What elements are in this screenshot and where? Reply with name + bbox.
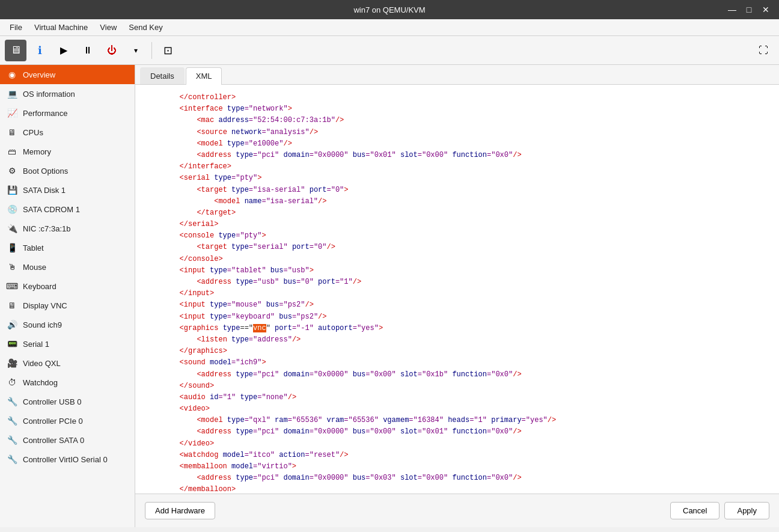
xml-editor[interactable]: </controller> <interface type="network">… — [135, 85, 779, 494]
sata-cdrom-icon: 💿 — [6, 203, 18, 215]
sidebar-item-label-performance: Performance — [23, 109, 67, 118]
dropdown-button[interactable]: ▾ — [125, 40, 147, 61]
watchdog-icon: ⏱ — [6, 376, 18, 388]
sidebar-item-label-keyboard: Keyboard — [23, 282, 57, 291]
sidebar-item-label-sata-disk: SATA Disk 1 — [23, 186, 66, 195]
tablet-icon: 📱 — [6, 242, 18, 254]
sidebar-item-serial[interactable]: 📟Serial 1 — [0, 334, 135, 353]
sidebar-item-sound[interactable]: 🔊Sound ich9 — [0, 315, 135, 334]
memory-icon: 🗃 — [6, 145, 18, 157]
minimize-button[interactable]: — — [725, 2, 739, 17]
os-info-icon: 💻 — [6, 88, 18, 100]
sidebar-item-os-info[interactable]: 💻OS information — [0, 84, 135, 103]
sidebar-item-keyboard[interactable]: ⌨Keyboard — [0, 277, 135, 296]
sidebar-item-display-vnc[interactable]: 🖥Display VNC — [0, 296, 135, 315]
play-button[interactable]: ▶ — [53, 40, 75, 61]
pause-button[interactable]: ⏸ — [77, 40, 99, 61]
menu-virtual-machine[interactable]: Virtual Machine — [29, 22, 93, 33]
sidebar-item-nic[interactable]: 🔌NIC :c7:3a:1b — [0, 219, 135, 238]
menu-send-key[interactable]: Send Key — [124, 22, 167, 33]
sidebar-item-cpus[interactable]: 🖥CPUs — [0, 123, 135, 142]
tabs: DetailsXML — [135, 65, 779, 85]
sidebar-item-video-qxl[interactable]: 🎥Video QXL — [0, 353, 135, 373]
vm-screen-button[interactable]: ⊡ — [157, 40, 179, 61]
close-button[interactable]: ✕ — [759, 2, 773, 17]
serial-icon: 📟 — [6, 338, 18, 350]
cancel-button[interactable]: Cancel — [670, 502, 719, 519]
sidebar-item-label-serial: Serial 1 — [23, 340, 49, 349]
maximize-button[interactable]: □ — [742, 2, 756, 17]
sidebar-item-label-controller-usb: Controller USB 0 — [23, 397, 82, 406]
boot-options-icon: ⚙ — [6, 165, 18, 177]
sidebar-item-label-controller-pcie: Controller PCIe 0 — [23, 417, 83, 426]
sidebar-item-label-memory: Memory — [23, 147, 51, 156]
title-bar: win7 on QEMU/KVM — □ ✕ — [0, 0, 779, 19]
main-container: ◉Overview💻OS information📈Performance🖥CPU… — [0, 65, 779, 527]
monitor-button[interactable]: 🖥 — [5, 40, 26, 61]
info-button[interactable]: ℹ — [29, 40, 50, 61]
sidebar-item-label-display-vnc: Display VNC — [23, 301, 67, 310]
sata-disk-icon: 💾 — [6, 184, 18, 196]
sidebar-item-label-os-info: OS information — [23, 90, 75, 99]
controller-usb-icon: 🔧 — [6, 396, 18, 408]
menu-bar: File Virtual Machine View Send Key — [0, 19, 779, 36]
controller-sata-icon: 🔧 — [6, 434, 18, 446]
keyboard-icon: ⌨ — [6, 280, 18, 292]
sidebar-item-overview[interactable]: ◉Overview — [0, 65, 135, 84]
add-hardware-button[interactable]: Add Hardware — [145, 502, 215, 519]
window-title: win7 on QEMU/KVM — [261, 5, 517, 14]
sidebar-item-label-tablet: Tablet — [23, 243, 44, 252]
menu-view[interactable]: View — [95, 22, 121, 33]
sidebar-item-controller-pcie[interactable]: 🔧Controller PCIe 0 — [0, 411, 135, 430]
overview-icon: ◉ — [6, 69, 18, 81]
sidebar-item-performance[interactable]: 📈Performance — [0, 103, 135, 123]
mouse-icon: 🖱 — [6, 261, 18, 273]
display-vnc-icon: 🖥 — [6, 299, 18, 311]
sidebar-item-label-sound: Sound ich9 — [23, 320, 62, 329]
menu-file[interactable]: File — [5, 22, 27, 33]
sidebar-item-label-controller-virtio: Controller VirtIO Serial 0 — [23, 455, 108, 464]
sidebar-item-tablet[interactable]: 📱Tablet — [0, 238, 135, 257]
bottom-bar: Add Hardware Cancel Apply — [135, 494, 779, 527]
sidebar-item-label-boot-options: Boot Options — [23, 167, 68, 176]
sidebar-item-memory[interactable]: 🗃Memory — [0, 142, 135, 161]
sound-icon: 🔊 — [6, 319, 18, 331]
sidebar-item-label-controller-sata: Controller SATA 0 — [23, 436, 84, 445]
tab-xml[interactable]: XML — [186, 67, 222, 85]
sidebar-item-controller-sata[interactable]: 🔧Controller SATA 0 — [0, 430, 135, 450]
cpus-icon: 🖥 — [6, 126, 18, 138]
sidebar-item-watchdog[interactable]: ⏱Watchdog — [0, 373, 135, 392]
expand-button[interactable]: ⛶ — [753, 40, 774, 61]
sidebar-item-boot-options[interactable]: ⚙Boot Options — [0, 161, 135, 180]
toolbar: 🖥 ℹ ▶ ⏸ ⏻ ▾ ⊡ ⛶ — [0, 36, 779, 65]
video-qxl-icon: 🎥 — [6, 357, 18, 369]
sidebar-item-sata-disk[interactable]: 💾SATA Disk 1 — [0, 180, 135, 200]
nic-icon: 🔌 — [6, 222, 18, 234]
sidebar-item-controller-usb[interactable]: 🔧Controller USB 0 — [0, 392, 135, 411]
content-area: DetailsXML </controller> <interface type… — [135, 65, 779, 527]
sidebar-item-label-mouse: Mouse — [23, 263, 46, 272]
performance-icon: 📈 — [6, 107, 18, 119]
sidebar-item-mouse[interactable]: 🖱Mouse — [0, 257, 135, 277]
sidebar-item-label-overview: Overview — [23, 70, 55, 79]
power-button[interactable]: ⏻ — [101, 40, 123, 61]
controller-pcie-icon: 🔧 — [6, 415, 18, 427]
sidebar-item-sata-cdrom[interactable]: 💿SATA CDROM 1 — [0, 200, 135, 219]
sidebar-item-label-watchdog: Watchdog — [23, 378, 58, 387]
tab-details[interactable]: Details — [140, 67, 185, 84]
sidebar-item-controller-virtio[interactable]: 🔧Controller VirtIO Serial 0 — [0, 450, 135, 469]
sidebar-item-label-nic: NIC :c7:3a:1b — [23, 224, 71, 233]
sidebar-item-label-video-qxl: Video QXL — [23, 359, 61, 368]
controller-virtio-icon: 🔧 — [6, 453, 18, 465]
sidebar: ◉Overview💻OS information📈Performance🖥CPU… — [0, 65, 135, 527]
sidebar-item-label-cpus: CPUs — [23, 128, 43, 137]
apply-button[interactable]: Apply — [724, 502, 769, 519]
sidebar-item-label-sata-cdrom: SATA CDROM 1 — [23, 205, 80, 214]
